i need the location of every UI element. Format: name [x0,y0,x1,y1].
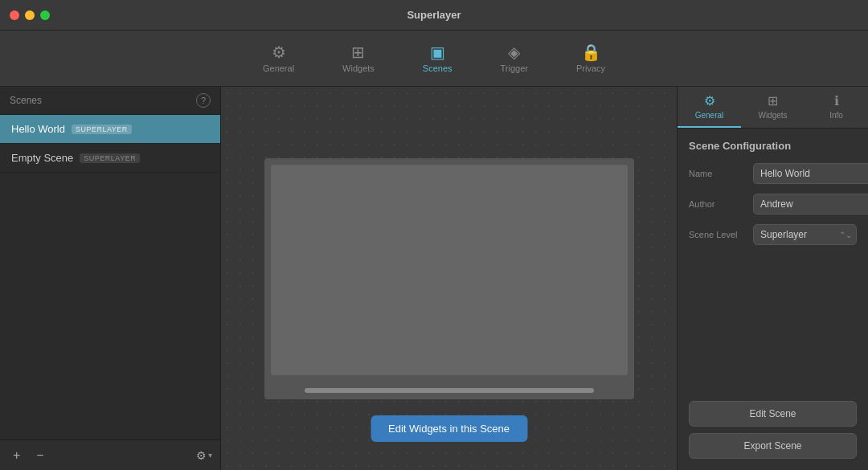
scene-badge: SUPERLAYER [80,153,140,163]
chevron-down-icon: ▾ [208,451,212,460]
author-field: Author [689,194,857,215]
config-tab-general-label: General [695,111,724,120]
scene-item-name: Empty Scene [11,152,73,164]
trigger-icon: ◈ [508,44,520,60]
scenes-list: Hello World SUPERLAYER Empty Scene SUPER… [0,115,220,439]
export-scene-button[interactable]: Export Scene [689,433,857,459]
tab-general[interactable]: ⚙ General [255,39,302,78]
gear-icon: ⚙ [196,449,207,462]
canvas-inner [271,165,628,375]
author-input[interactable] [753,194,868,215]
tab-privacy[interactable]: 🔒 Privacy [568,39,613,78]
config-tab-general[interactable]: ⚙ General [678,87,741,128]
traffic-lights [10,10,50,20]
config-info-icon: ℹ [834,93,839,108]
title-bar: Superlayer [0,0,868,31]
scene-badge: SUPERLAYER [72,125,132,134]
author-label: Author [689,199,747,209]
scene-canvas [264,158,634,399]
name-label: Name [689,169,747,178]
privacy-icon: 🔒 [581,44,601,60]
config-panel: ⚙ General ⊞ Widgets ℹ Info Scene Configu… [677,87,868,470]
scene-level-field: Scene Level Superlayer Background Normal… [689,224,857,245]
general-icon: ⚙ [272,44,286,60]
config-tab-info-label: Info [829,111,843,120]
tab-widgets-label: Widgets [342,63,375,73]
config-tab-info[interactable]: ℹ Info [805,87,868,128]
scene-level-select-wrap: Superlayer Background Normal Floating ⌃⌄ [753,224,857,245]
config-tab-widgets[interactable]: ⊞ Widgets [741,87,805,128]
name-field: Name ≡ [689,163,857,184]
edit-widgets-button[interactable]: Edit Widgets in this Scene [371,415,527,442]
scene-item-empty[interactable]: Empty Scene SUPERLAYER [0,144,220,173]
scenes-panel: Scenes ? Hello World SUPERLAYER Empty Sc… [0,87,221,470]
tab-trigger[interactable]: ◈ Trigger [493,39,536,78]
scene-item-hello-world[interactable]: Hello World SUPERLAYER [0,115,220,144]
help-button[interactable]: ? [196,93,211,108]
scenes-panel-footer: + − ⚙ ▾ [0,439,220,470]
preview-area: Edit Widgets in this Scene [221,87,677,470]
config-section-title: Scene Configuration [689,140,857,152]
maximize-button[interactable] [40,10,50,20]
tab-general-label: General [263,63,294,73]
name-input-group: ≡ [753,163,868,184]
config-tab-widgets-label: Widgets [758,111,787,120]
tab-privacy-label: Privacy [576,63,605,73]
edit-scene-button[interactable]: Edit Scene [689,401,857,427]
tab-scenes[interactable]: ▣ Scenes [415,39,461,78]
tab-trigger-label: Trigger [501,63,528,73]
scenes-settings-button[interactable]: ⚙ ▾ [196,449,212,462]
scenes-icon: ▣ [430,44,445,60]
tab-widgets[interactable]: ⊞ Widgets [334,39,383,78]
app-title: Superlayer [407,9,461,21]
scene-item-name: Hello World [11,123,65,135]
add-scene-button[interactable]: + [8,447,25,464]
config-body: Scene Configuration Name ≡ Author Scene … [678,129,868,401]
scenes-panel-title: Scenes [10,95,42,106]
scene-level-label: Scene Level [689,230,747,239]
scenes-panel-header: Scenes ? [0,87,220,115]
config-tabs: ⚙ General ⊞ Widgets ℹ Info [678,87,868,129]
config-general-icon: ⚙ [704,93,715,108]
main-content: Scenes ? Hello World SUPERLAYER Empty Sc… [0,87,868,470]
canvas-scrollbar[interactable] [305,388,594,393]
scene-level-select[interactable]: Superlayer Background Normal Floating [753,224,857,245]
tab-scenes-label: Scenes [423,63,452,73]
tab-bar: ⚙ General ⊞ Widgets ▣ Scenes ◈ Trigger 🔒… [0,31,868,87]
widgets-icon: ⊞ [351,44,365,60]
config-actions: Edit Scene Export Scene [678,401,868,470]
close-button[interactable] [10,10,19,20]
name-input[interactable] [753,163,868,184]
minimize-button[interactable] [25,10,35,20]
config-widgets-icon: ⊞ [768,93,778,108]
remove-scene-button[interactable]: − [31,447,48,464]
